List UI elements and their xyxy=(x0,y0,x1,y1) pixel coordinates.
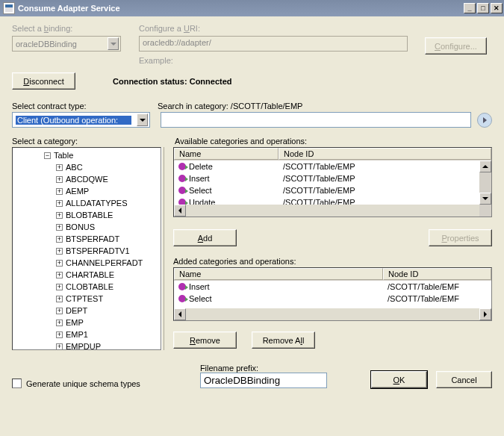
minimize-button[interactable]: _ xyxy=(464,3,476,13)
maximize-button[interactable]: □ xyxy=(477,3,489,13)
search-go-button[interactable] xyxy=(477,113,492,128)
col-name[interactable]: Name xyxy=(174,148,279,160)
operation-icon xyxy=(178,187,186,194)
tree-item[interactable]: +CHANNELPERFADT xyxy=(14,257,159,269)
tree-item[interactable]: +ABCDQWE xyxy=(14,173,159,185)
list-item[interactable]: Delete/SCOTT/Table/EMP xyxy=(174,161,491,172)
search-label: Search in category: xyxy=(158,102,228,110)
generate-unique-checkbox[interactable]: Generate unique schema types xyxy=(12,379,140,388)
cancel-button[interactable]: Cancel xyxy=(436,371,492,388)
operation-icon xyxy=(178,175,186,182)
tree-item[interactable]: +ALLDATATYPES xyxy=(14,197,159,209)
tree-expand-icon[interactable]: + xyxy=(56,331,63,338)
operation-icon xyxy=(178,283,186,290)
tree-item[interactable]: +AEMP xyxy=(14,185,159,197)
col-nodeid-added[interactable]: Node ID xyxy=(383,268,491,280)
tree-expand-icon[interactable]: + xyxy=(56,236,63,243)
uri-input: oracledb://adapter/ xyxy=(139,36,408,52)
select-binding-label: Select a binding: xyxy=(12,24,131,33)
tree-expand-icon[interactable]: + xyxy=(56,188,63,195)
contract-label: Select contract type: xyxy=(12,102,158,110)
tree-root[interactable]: Table xyxy=(54,151,73,160)
list-item[interactable]: Select/SCOTT/Table/EMF xyxy=(174,293,491,305)
filename-input[interactable] xyxy=(200,373,327,388)
filename-prefix-label: Filename prefix: xyxy=(200,364,327,373)
tree-expand-icon[interactable]: + xyxy=(56,164,63,171)
connection-status: Connection status: Connected xyxy=(113,77,232,86)
tree-item[interactable]: +DEPT xyxy=(14,305,159,317)
tree-expand-icon[interactable]: + xyxy=(56,176,63,183)
tree-item[interactable]: +BTSPERFADT xyxy=(14,233,159,245)
tree-item[interactable]: +BONUS xyxy=(14,221,159,233)
remove-button[interactable]: Remove xyxy=(173,331,237,349)
category-tree[interactable]: − Table +ABC+ABCDQWE+AEMP+ALLDATATYPES+B… xyxy=(12,147,161,350)
added-label: Added categories and operations: xyxy=(173,257,492,266)
configure-button: Configure... xyxy=(425,37,487,54)
tree-toggle-icon[interactable]: − xyxy=(44,152,51,159)
tree-item[interactable]: +EMP xyxy=(14,317,159,328)
tree-expand-icon[interactable]: + xyxy=(56,284,63,290)
scrollbar-v[interactable] xyxy=(479,161,491,205)
col-name-added[interactable]: Name xyxy=(174,268,383,280)
tree-item[interactable]: +CHARTABLE xyxy=(14,269,159,281)
tree-expand-icon[interactable]: + xyxy=(56,272,63,278)
add-button[interactable]: Add xyxy=(173,229,237,246)
list-item[interactable]: Insert/SCOTT/Table/EMP xyxy=(174,172,491,184)
tree-item[interactable]: +BTSPERFADTV1 xyxy=(14,245,159,257)
contract-combo[interactable]: Client (Outbound operation: xyxy=(12,112,150,128)
select-category-label: Select a category: xyxy=(12,137,175,146)
operation-icon xyxy=(178,163,186,170)
tree-expand-icon[interactable]: + xyxy=(56,320,63,326)
available-label: Available categories and operations: xyxy=(175,137,307,146)
tree-expand-icon[interactable]: + xyxy=(56,308,63,314)
scrollbar-h-added[interactable] xyxy=(174,308,491,320)
properties-button: Properties xyxy=(429,229,492,246)
disconnect-button[interactable]: Disconnect xyxy=(12,72,75,90)
tree-expand-icon[interactable]: + xyxy=(56,200,63,207)
tree-expand-icon[interactable]: + xyxy=(56,248,63,255)
tree-expand-icon[interactable]: + xyxy=(56,212,63,219)
tree-item[interactable]: +EMP1 xyxy=(14,328,159,340)
example-label: Example: xyxy=(139,56,425,65)
tree-expand-icon[interactable]: + xyxy=(56,343,63,350)
ok-button[interactable]: OK xyxy=(371,371,427,388)
col-nodeid[interactable]: Node ID xyxy=(279,148,491,160)
scrollbar-h[interactable] xyxy=(174,205,491,217)
configure-uri-label: Configure a URI: xyxy=(139,24,425,33)
binding-combo: oracleDBBinding xyxy=(12,36,121,52)
remove-all-button[interactable]: Remove All xyxy=(252,331,315,349)
tree-item[interactable]: +EMPDUP xyxy=(14,340,159,350)
splitter[interactable] xyxy=(161,147,164,350)
search-path: /SCOTT/Table/EMP xyxy=(231,102,303,110)
app-icon xyxy=(3,2,15,14)
tree-item[interactable]: +ABC xyxy=(14,161,159,173)
tree-item[interactable]: +BLOBTABLE xyxy=(14,209,159,221)
tree-item[interactable]: +CLOBTABLE xyxy=(14,281,159,293)
operation-icon xyxy=(178,295,186,302)
titlebar[interactable]: Consume Adapter Service _ □ ✕ xyxy=(0,0,504,16)
list-item[interactable]: Insert/SCOTT/Table/EMF xyxy=(174,281,491,293)
tree-expand-icon[interactable]: + xyxy=(56,260,63,267)
tree-expand-icon[interactable]: + xyxy=(56,296,63,302)
tree-item[interactable]: +CTPTEST xyxy=(14,293,159,305)
added-list[interactable]: Name Node ID Insert/SCOTT/Table/EMFSelec… xyxy=(173,267,492,321)
search-input[interactable] xyxy=(161,112,471,128)
tree-expand-icon[interactable]: + xyxy=(56,224,63,231)
available-list[interactable]: Name Node ID Delete/SCOTT/Table/EMPInser… xyxy=(173,147,492,217)
list-item[interactable]: Select/SCOTT/Table/EMP xyxy=(174,184,491,196)
close-button[interactable]: ✕ xyxy=(491,3,503,13)
window-title: Consume Adapter Service xyxy=(18,4,462,13)
